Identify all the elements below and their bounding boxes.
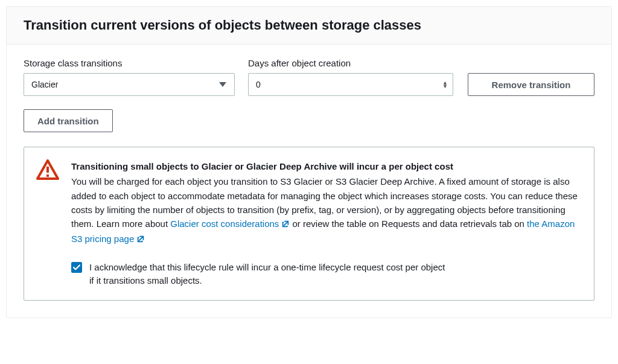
days-input[interactable]: 0 ▲▼ [248, 73, 453, 96]
days-field: Days after object creation 0 ▲▼ [248, 58, 453, 96]
alert-title: Transitioning small objects to Glacier o… [71, 159, 582, 173]
caret-down-icon [218, 80, 227, 89]
svg-marker-0 [219, 82, 226, 87]
number-stepper-icon[interactable]: ▲▼ [442, 81, 448, 88]
glacier-cost-link[interactable]: Glacier cost considerations [170, 219, 290, 229]
storage-class-value: Glacier [31, 80, 58, 89]
alert-body: You will be charged for each object you … [71, 174, 582, 247]
acknowledge-text: I acknowledge that this lifecycle rule w… [89, 261, 451, 288]
days-value: 0 [256, 80, 261, 89]
external-link-icon [281, 218, 290, 232]
storage-class-select[interactable]: Glacier [24, 73, 235, 96]
svg-rect-2 [46, 167, 49, 173]
remove-transition-button[interactable]: Remove transition [468, 73, 594, 96]
acknowledge-row: I acknowledge that this lifecycle rule w… [71, 261, 582, 288]
warning-icon [36, 159, 62, 182]
add-transition-button[interactable]: Add transition [24, 109, 113, 132]
svg-rect-3 [46, 174, 49, 177]
panel-header: Transition current versions of objects b… [7, 7, 611, 45]
add-row: Add transition [24, 109, 594, 132]
storage-class-label: Storage class transitions [24, 58, 235, 68]
storage-class-field: Storage class transitions Glacier [24, 58, 235, 96]
remove-col: Remove transition [467, 58, 594, 96]
days-label: Days after object creation [248, 58, 453, 68]
panel-title: Transition current versions of objects b… [24, 18, 594, 33]
glacier-cost-alert: Transitioning small objects to Glacier o… [24, 147, 594, 301]
acknowledge-checkbox[interactable] [71, 262, 82, 273]
external-link-icon [136, 233, 145, 247]
transition-panel: Transition current versions of objects b… [6, 6, 612, 318]
transition-row: Storage class transitions Glacier Days a… [24, 58, 594, 96]
panel-body: Storage class transitions Glacier Days a… [7, 45, 611, 318]
alert-content: Transitioning small objects to Glacier o… [71, 159, 582, 288]
